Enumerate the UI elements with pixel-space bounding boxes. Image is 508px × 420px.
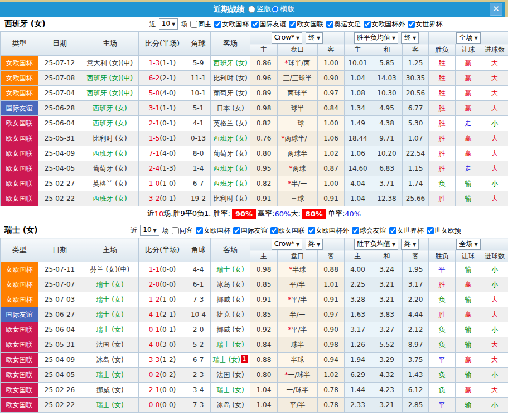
competition-filter[interactable]: 欧女国联 [269,226,305,235]
competition-filter-checkbox[interactable] [196,227,203,234]
team-title: 西班牙 (女) [4,19,88,29]
view-mode-radio[interactable] [272,6,279,13]
handicap-away-odds: 0.88 [318,262,345,277]
halftime-score: (1-0) [159,296,176,303]
home-team: 冰岛 (女) [81,353,139,368]
handicap-home-odds: 0.76 [250,131,278,146]
final-odds-select[interactable]: 终▼ [306,239,323,250]
competition-filter-checkbox[interactable] [270,227,278,234]
odds-source-select[interactable]: Crow*▼ [272,239,302,250]
avg-win-odds: 1.08 [345,86,371,101]
odds-source-select[interactable]: Crow*▼ [272,32,302,44]
same-venue-filter-checkbox[interactable] [172,227,179,234]
avg-draw-odds: 4.23 [371,383,403,398]
competition-filter[interactable]: 女世界杯 [406,20,442,29]
handicap-text: 平/半 [291,296,307,303]
fulltime-score: 5-0 [149,89,160,97]
near-count-select[interactable]: 10▼ [159,18,178,30]
home-team: 意大利 (女)(中) [81,56,139,71]
match-date: 25-05-31 [38,131,81,146]
wdl-average-select[interactable]: 胜平负均值▼ [354,32,398,44]
match-result: 胜 [429,277,456,292]
competition-filter[interactable]: 女欧国杯 [194,226,230,235]
away-team-name: 挪威 (女) [216,326,244,334]
dropdown-value: 全场 [459,240,472,248]
competition-filter-checkbox[interactable] [364,21,371,28]
same-venue-filter[interactable]: 同客 [170,226,193,235]
final-wdl-select[interactable]: 终▼ [401,32,419,44]
scope-select[interactable]: 全场▼ [456,239,480,250]
handicap-home-odds: 0.85 [250,277,278,292]
competition-filter[interactable]: 女欧国杯外 [306,226,349,235]
wdl-average-select[interactable]: 胜平负均值▼ [354,239,398,250]
competition-filter[interactable]: 女世界杯 [388,226,424,235]
competition-filter-label: 球会友谊 [360,226,386,235]
avg-lose-odds: 1.25 [403,56,429,71]
match-result: 胜 [429,131,456,146]
competition-filter[interactable]: 女欧国杯 [212,20,249,29]
chevron-down-icon: ▼ [413,36,416,41]
away-team: 冰岛 (女) [211,277,250,292]
handicap-away-odds: 1.00 [318,116,345,131]
competition-filter-checkbox[interactable] [308,227,315,234]
match-row: 欧女国联25-05-31比利时 (女)1-5(0-1)0-13西班牙 (女)0.… [1,131,508,146]
competition-filter[interactable]: 国际友谊 [250,20,286,29]
match-result: 胜 [429,307,456,322]
handicap-text: 球半 [291,341,304,349]
handicap-text: 一/球半 [286,386,308,394]
match-row: 女欧国杯25-07-11芬兰 (女)(中)1-1(0-0)4-4瑞士 (女)0.… [1,262,508,277]
close-button[interactable]: ✕ [490,3,502,16]
score-cell: 6-2(2-1) [139,71,186,86]
corner-count: 7-3 [186,292,211,307]
competition-filter-checkbox[interactable] [389,227,396,234]
corner-count: 5-2 [186,337,211,353]
competition-type-badge: 欧女国联 [1,322,38,337]
away-team-name: 比利时 (女) [213,195,247,202]
competition-filter[interactable]: 女欧国杯外 [362,20,405,29]
competition-filter-checkbox[interactable] [233,227,240,234]
handicap-text: 三球 [291,195,304,202]
competition-filter[interactable]: 奥运女足 [325,20,361,29]
competition-filter[interactable]: 国际友谊 [231,226,268,235]
competition-filter-checkbox[interactable] [352,227,359,234]
competition-filter-checkbox[interactable] [408,21,415,28]
competition-filter[interactable]: 世女欧预 [425,226,461,235]
view-mode-option[interactable]: 横版 [272,4,295,14]
same-venue-filter-checkbox[interactable] [190,21,197,28]
competition-filter-checkbox[interactable] [326,21,333,28]
handicap-line: *一/球半 [278,368,318,383]
handicap-home-odds: 0.89 [250,86,278,101]
handicap-result: 赢 [456,146,481,161]
halftime-score: (2-1) [159,74,176,82]
final-odds-select[interactable]: 终▼ [306,32,323,44]
sub-column-header: 让球 [456,250,481,262]
competition-filter-checkbox[interactable] [427,227,434,234]
near-count-select[interactable]: 10▼ [140,225,159,236]
goals-over-under: 大 [481,71,508,86]
score-cell: 4-1(2-1) [139,307,186,322]
corner-count: 7-3 [186,398,211,413]
same-venue-filter[interactable]: 同主 [188,20,211,29]
competition-filter-checkbox[interactable] [251,21,259,28]
avg-lose-odds: 6.12 [403,383,429,398]
avg-lose-odds: 3.75 [403,353,429,368]
competition-filter-checkbox[interactable] [289,21,296,28]
avg-win-odds: 6.29 [345,368,371,383]
scope-select[interactable]: 全场▼ [456,32,480,44]
view-mode-option[interactable]: 竖版 [248,4,272,14]
handicap-home-odds: 0.96 [250,71,278,86]
handicap-text: 半球 [291,356,304,364]
match-date: 25-07-03 [38,292,81,307]
match-result: 胜 [429,191,456,206]
avg-win-odds: 14.60 [345,161,371,176]
chevron-down-icon: ▼ [172,22,175,27]
titlebar: 近期战绩 竖版横版 ✕ [0,2,508,17]
handicap-result: 走 [456,161,481,176]
competition-filter-checkbox[interactable] [214,21,221,28]
competition-filter[interactable]: 球会友谊 [350,226,386,235]
avg-draw-odds: 3.21 [371,398,403,413]
view-mode-radio[interactable] [248,6,255,13]
competition-filter[interactable]: 欧女国联 [287,20,323,29]
final-wdl-select[interactable]: 终▼ [401,239,419,250]
score-cell: 3-3(1-2) [139,353,186,368]
